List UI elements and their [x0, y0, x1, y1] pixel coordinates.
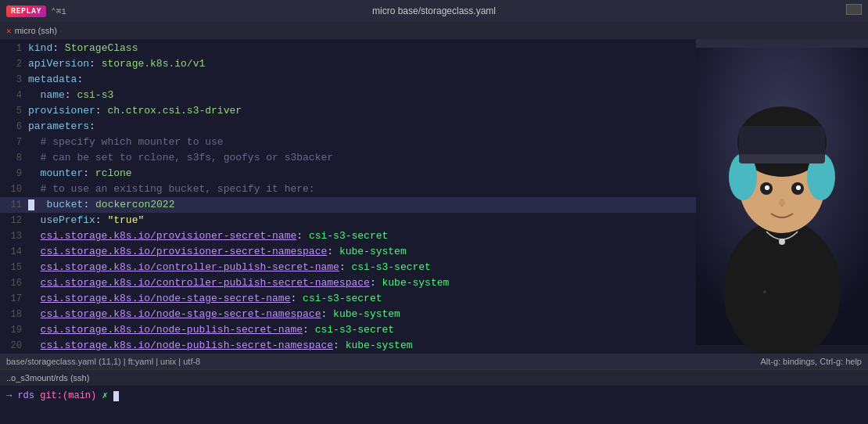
editor-line: 19 csi.storage.k8s.io/node-publish-secre…	[0, 322, 696, 338]
term-branch: git:(main)	[40, 390, 96, 401]
camera-person: ●	[696, 39, 868, 354]
editor-line: 18 csi.storage.k8s.io/node-stage-secret-…	[0, 307, 696, 322]
terminal-tab-bar: ..o_s3mount/rds (ssh)	[0, 370, 868, 386]
yaml-plain: :	[333, 340, 346, 351]
line-number: 8	[3, 151, 22, 166]
yaml-plain: :	[296, 230, 309, 242]
tab-close-icon[interactable]: ✕	[6, 26, 12, 36]
line-content: metadata:	[28, 72, 693, 87]
line-number: 10	[3, 182, 22, 197]
yaml-plain	[28, 246, 41, 257]
editor-line: 8 # can be set to rclone, s3fs, goofys o…	[0, 150, 696, 166]
line-content: mounter: rclone	[28, 166, 693, 181]
yaml-key: name	[41, 89, 65, 101]
yaml-plain: :	[327, 246, 339, 257]
person-svg: ●	[696, 39, 868, 354]
term-prompt-arrow: →	[6, 390, 12, 401]
term-x: ✗	[102, 390, 113, 401]
yaml-url-value: kube-system	[382, 277, 450, 289]
line-content: name: csi-s3	[28, 88, 693, 102]
editor-line: 20 csi.storage.k8s.io/node-publish-secre…	[0, 338, 696, 354]
yaml-url-value: csi-s3-secret	[351, 261, 430, 273]
editor-line: 17 csi.storage.k8s.io/node-stage-secret-…	[0, 291, 696, 307]
line-content: # to use an existing bucket, specify it …	[28, 181, 693, 196]
editor-line: 6parameters:	[0, 119, 696, 135]
yaml-plain: :	[290, 293, 303, 304]
line-content: csi.storage.k8s.io/provisioner-secret-na…	[28, 244, 693, 259]
yaml-plain	[28, 261, 41, 273]
editor-line: 3metadata:	[0, 72, 696, 88]
line-number: 20	[3, 339, 22, 354]
main-area: 1kind: StorageClass2apiVersion: storage.…	[0, 39, 868, 354]
tab-label[interactable]: micro (ssh)	[15, 26, 57, 35]
yaml-url-value: kube-system	[346, 340, 413, 351]
yaml-plain	[28, 308, 41, 320]
yaml-key: provisioner	[28, 105, 95, 117]
editor-pane[interactable]: 1kind: StorageClass2apiVersion: storage.…	[0, 39, 696, 354]
yaml-plain	[28, 230, 41, 242]
yaml-plain: :	[95, 214, 108, 226]
line-content: csi.storage.k8s.io/node-stage-secret-nam…	[28, 307, 693, 322]
yaml-value: storage.k8s.io/v1	[102, 58, 206, 70]
yaml-url-key: csi.storage.k8s.io/node-publish-secret-n…	[41, 324, 303, 336]
editor-line: 7 # specify which mounter to use	[0, 135, 696, 150]
editor-line: 1kind: StorageClass	[0, 41, 696, 56]
svg-point-11	[765, 185, 769, 190]
yaml-plain: :	[65, 89, 77, 101]
line-content: provisioner: ch.ctrox.csi.s3-driver	[28, 103, 693, 118]
status-right: Alt-g: bindings, Ctrl-g: help	[760, 357, 862, 366]
line-number: 11	[3, 198, 22, 213]
yaml-url-value: csi-s3-secret	[315, 324, 394, 336]
line-number: 17	[3, 292, 22, 307]
editor-line: 9 mounter: rclone	[0, 166, 696, 181]
yaml-url-key: csi.storage.k8s.io/provisioner-secret-na…	[41, 246, 328, 257]
tab-bar: ✕ micro (ssh)	[0, 22, 868, 39]
yaml-plain	[28, 324, 41, 336]
line-number: 9	[3, 167, 22, 181]
camera-feed: ●	[696, 39, 868, 354]
line-number: 4	[3, 88, 22, 103]
line-content: kind: StorageClass	[28, 41, 693, 56]
yaml-url-key: csi.storage.k8s.io/node-publish-secret-n…	[41, 340, 333, 351]
minimize-icon[interactable]	[846, 4, 862, 15]
yaml-key: apiVersion	[28, 58, 89, 70]
line-number: 13	[3, 229, 22, 244]
yaml-plain: :	[52, 42, 65, 54]
editor-line: 13 csi.storage.k8s.io/provisioner-secret…	[0, 228, 696, 244]
line-number: 5	[3, 104, 22, 119]
line-number: 7	[3, 135, 22, 150]
ctrl-label: ⌃⌘1	[51, 6, 66, 16]
editor-line: 12 usePrefix: "true"	[0, 213, 696, 228]
line-number: 15	[3, 261, 22, 275]
yaml-plain: :	[83, 199, 95, 210]
yaml-url-value: csi-s3-secret	[309, 230, 388, 242]
yaml-url-value: kube-system	[339, 246, 407, 257]
status-bar: base/storageclass.yaml (11,1) | ft:yaml …	[0, 354, 868, 369]
svg-point-12	[796, 185, 801, 190]
line-content: bucket: dockercon2022	[28, 197, 693, 212]
yaml-comment: # specify which mounter to use	[28, 136, 224, 148]
yaml-key: kind	[28, 42, 52, 54]
terminal-area[interactable]: ..o_s3mount/rds (ssh) → rds git:(main) ✗	[0, 369, 868, 424]
terminal-content[interactable]: → rds git:(main) ✗	[0, 386, 868, 406]
term-directory: rds	[17, 390, 34, 401]
line-content: csi.storage.k8s.io/node-stage-secret-nam…	[28, 291, 693, 306]
yaml-url-value: csi-s3-secret	[303, 293, 382, 304]
title-bar: REPLAY ⌃⌘1 micro base/storageclass.yaml	[0, 0, 868, 22]
yaml-plain: :	[89, 58, 102, 70]
line-number: 3	[3, 73, 22, 88]
yaml-plain: :	[83, 167, 95, 179]
yaml-plain	[28, 293, 41, 304]
editor-line: 2apiVersion: storage.k8s.io/v1	[0, 56, 696, 72]
line-content: # can be set to rclone, s3fs, goofys or …	[28, 150, 693, 165]
terminal-tab-label[interactable]: ..o_s3mount/rds (ssh)	[6, 373, 89, 383]
yaml-plain	[28, 214, 41, 226]
yaml-key: parameters	[28, 120, 89, 132]
line-content: parameters:	[28, 119, 693, 134]
yaml-plain	[28, 340, 41, 351]
replay-badge[interactable]: REPLAY	[6, 5, 46, 17]
editor-line: 14 csi.storage.k8s.io/provisioner-secret…	[0, 244, 696, 260]
yaml-plain: :	[370, 277, 382, 289]
yaml-plain: :	[303, 324, 315, 336]
line-number: 1	[3, 41, 22, 56]
